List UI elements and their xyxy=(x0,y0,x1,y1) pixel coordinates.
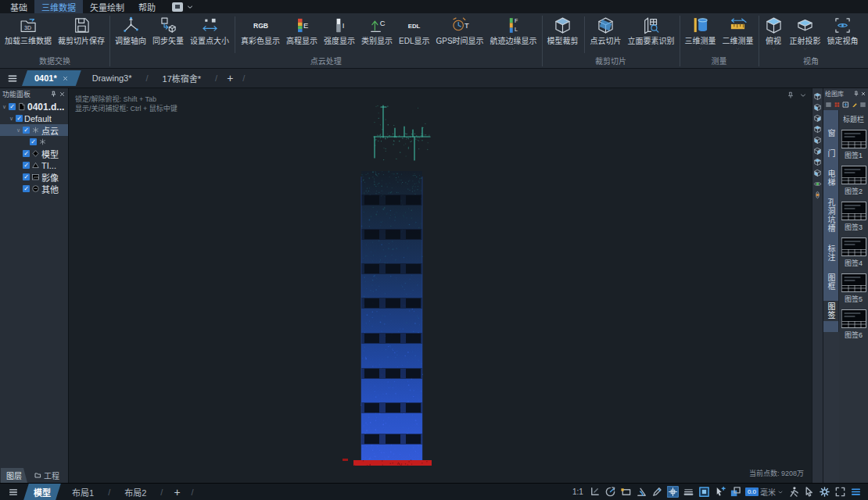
checkbox[interactable]: ✓ xyxy=(23,150,30,157)
block-thumbnail[interactable] xyxy=(841,166,866,184)
gps-time-button[interactable]: TGPS时间显示 xyxy=(432,13,486,56)
units-selector[interactable]: 0.0毫米 xyxy=(745,486,784,498)
measure-2d-button[interactable]: 二维测量 xyxy=(719,13,757,56)
list-icon[interactable] xyxy=(859,101,866,109)
lock-view-button[interactable]: 锁定视角 xyxy=(824,13,862,56)
cube-sw-iso-view-icon[interactable] xyxy=(813,158,822,166)
category-6[interactable]: 图签 xyxy=(823,301,838,321)
viewport-pin-icon[interactable] xyxy=(787,91,794,99)
block-thumbnail[interactable] xyxy=(841,238,866,256)
viewport[interactable]: 锁定/解除俯视: Shift + Tab 显示/关闭捕捉框: Ctrl + 鼠标… xyxy=(69,88,812,483)
tree-row[interactable]: ✓其他 xyxy=(0,183,68,195)
pin-icon[interactable] xyxy=(50,91,57,98)
hamburger-icon[interactable] xyxy=(6,487,20,498)
menu-item-0[interactable]: 基础 xyxy=(3,0,34,13)
polar-tracking-toggle[interactable] xyxy=(604,486,616,498)
cube-se-iso-view-icon[interactable] xyxy=(813,169,822,177)
tree-row[interactable]: ∨✓点云 xyxy=(0,124,68,136)
tree-row[interactable]: ✓TI... xyxy=(0,159,68,171)
layers-toggle[interactable] xyxy=(730,486,741,498)
category-2[interactable]: 电梯 xyxy=(823,168,838,188)
checkbox[interactable]: ✓ xyxy=(9,103,16,110)
block-thumbnail[interactable] xyxy=(841,273,866,292)
tree-expand-icon[interactable]: ∨ xyxy=(2,104,7,110)
track-edge-button[interactable]: FL航迹边缘显示 xyxy=(487,13,540,56)
orbit-icon[interactable] xyxy=(813,180,822,188)
block-thumbnail[interactable] xyxy=(841,130,866,148)
cursor-add-toggle[interactable] xyxy=(714,486,726,498)
new-layout-button[interactable]: + xyxy=(169,486,185,498)
settings-toggle[interactable] xyxy=(819,486,830,498)
chevron-down-icon[interactable] xyxy=(799,91,807,99)
new-tab-button[interactable]: + xyxy=(222,72,238,84)
panel-tab-1[interactable]: 工程 xyxy=(29,468,65,483)
cube-top-view-icon[interactable] xyxy=(813,92,822,101)
model-clip-button[interactable]: 模型裁剪 xyxy=(544,13,582,56)
select-cursor-toggle[interactable] xyxy=(803,486,815,498)
category-5[interactable]: 图框 xyxy=(823,272,838,292)
angle-snap-toggle[interactable] xyxy=(636,486,647,498)
document-tab-0[interactable]: 0401* xyxy=(22,70,81,86)
rgb-button[interactable]: RGB真彩色显示 xyxy=(238,13,283,56)
classify-button[interactable]: C类别显示 xyxy=(358,13,396,56)
tree-row[interactable]: ∨✓0401.d... xyxy=(0,101,68,112)
viewport-box-toggle[interactable] xyxy=(698,486,710,498)
close-icon[interactable] xyxy=(62,75,69,82)
elevation-button[interactable]: E高程显示 xyxy=(283,13,321,56)
hamburger-icon[interactable] xyxy=(5,73,20,84)
category-4[interactable]: 标注 xyxy=(823,243,838,263)
category-3[interactable]: 孔洞坑槽 xyxy=(823,197,838,234)
free-orbit-icon[interactable] xyxy=(813,191,822,199)
tree-row[interactable]: ✓影像 xyxy=(0,171,68,183)
menu-icon[interactable] xyxy=(825,101,832,109)
dynamic-input-toggle[interactable] xyxy=(651,486,663,498)
intensity-button[interactable]: I强度显示 xyxy=(321,13,358,56)
lineweight-toggle[interactable] xyxy=(683,486,694,498)
top-view-button[interactable]: 俯视 xyxy=(761,13,787,56)
edl-button[interactable]: EDLEDL显示 xyxy=(396,13,432,56)
cube-bottom-view-icon[interactable] xyxy=(813,147,822,155)
facade-detect-button[interactable]: 立面要素识别 xyxy=(625,13,678,56)
checkbox[interactable]: ✓ xyxy=(23,173,30,180)
brush-icon[interactable] xyxy=(851,101,858,109)
menu-item-3[interactable]: 帮助 xyxy=(131,0,163,13)
checkbox[interactable]: ✓ xyxy=(23,162,30,169)
chevron-down-icon[interactable] xyxy=(186,3,194,11)
sync-vector-button[interactable]: 同步矢量 xyxy=(149,13,187,56)
point-size-button[interactable]: 设置点大小 xyxy=(187,13,232,56)
cloud-slice-button[interactable]: 点云切片 xyxy=(587,13,625,56)
quick-access-button[interactable] xyxy=(172,2,183,12)
menu-item-1[interactable]: 三维数据 xyxy=(34,0,83,13)
close-icon[interactable] xyxy=(59,91,66,98)
close-icon[interactable] xyxy=(860,91,866,97)
adjust-axis-button[interactable]: 调整轴向 xyxy=(112,13,149,56)
block-thumbnail[interactable] xyxy=(841,309,866,328)
layout-tab-1[interactable]: 布局1 xyxy=(64,484,102,500)
tree-row[interactable]: ✓模型 xyxy=(0,148,68,159)
panel-tab-0[interactable]: 图层 xyxy=(1,468,27,483)
checkbox[interactable]: ✓ xyxy=(23,127,30,134)
crosshair-toggle[interactable] xyxy=(667,486,679,498)
document-tab-1[interactable]: Drawing3* xyxy=(83,72,142,84)
layout-tab-2[interactable]: 布局2 xyxy=(117,484,154,500)
tree-row[interactable]: ∨✓Default xyxy=(0,112,68,124)
measure-3d-button[interactable]: 三维测量 xyxy=(682,13,719,56)
document-tab-2[interactable]: 17栋宿舍* xyxy=(153,70,211,86)
tree-row[interactable]: ✓ xyxy=(0,136,68,148)
menu-item-2[interactable]: 矢量绘制 xyxy=(83,0,131,13)
checkbox[interactable]: ✓ xyxy=(30,138,37,145)
cube-right-view-icon[interactable] xyxy=(813,114,822,123)
block-red-icon[interactable] xyxy=(834,101,841,109)
object-snap-toggle[interactable] xyxy=(620,486,632,498)
tree-expand-icon[interactable]: ∨ xyxy=(16,127,21,134)
fullscreen-toggle[interactable] xyxy=(834,486,846,498)
runner-toggle[interactable] xyxy=(787,486,799,498)
block-thumbnail[interactable] xyxy=(841,202,866,220)
cube-back-view-icon[interactable] xyxy=(813,136,822,145)
save-clip-button[interactable]: 裁剪切片保存 xyxy=(55,13,108,56)
checkbox[interactable]: ✓ xyxy=(23,185,30,192)
checkbox[interactable]: ✓ xyxy=(16,115,23,122)
ortho-toggle[interactable] xyxy=(589,486,601,498)
category-1[interactable]: 门 xyxy=(823,148,838,159)
load-3d-data-button[interactable]: 3D加载三维数据 xyxy=(2,13,55,56)
